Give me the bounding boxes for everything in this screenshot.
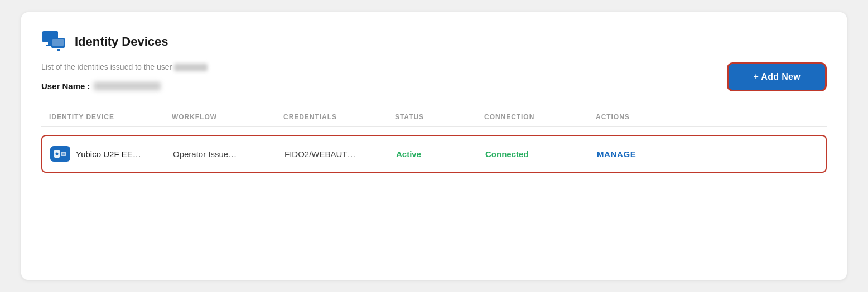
- col-status: STATUS: [395, 113, 484, 121]
- device-name: Yubico U2F EE…: [76, 149, 141, 159]
- connection-status: Connected: [485, 149, 529, 159]
- svg-point-7: [56, 153, 59, 155]
- blurred-username-subtitle: [174, 64, 208, 71]
- credentials-value: FIDO2/WEBAUT…: [284, 149, 356, 159]
- svg-rect-4: [52, 39, 64, 46]
- cell-connection: Connected: [485, 149, 597, 159]
- add-new-button-wrap: + Add New: [727, 62, 827, 91]
- add-new-button[interactable]: + Add New: [727, 62, 827, 91]
- status-badge: Active: [396, 149, 421, 159]
- cell-actions[interactable]: MANAGE: [597, 149, 686, 159]
- col-workflow: WORKFLOW: [172, 113, 283, 121]
- svg-rect-5: [57, 49, 60, 51]
- blurred-username: [94, 82, 161, 90]
- identity-devices-card: Identity Devices List of the identities …: [21, 12, 847, 280]
- col-credentials: CREDENTIALS: [283, 113, 395, 121]
- workflow-value: Operator Issue…: [173, 149, 237, 159]
- cell-workflow: Operator Issue…: [173, 149, 284, 159]
- identity-devices-icon: [41, 29, 67, 55]
- svg-rect-9: [62, 153, 65, 155]
- username-row: User Name :: [41, 81, 827, 91]
- subtitle: List of the identities issued to the use…: [41, 62, 827, 71]
- col-identity-device: IDENTITY DEVICE: [49, 113, 172, 121]
- device-icon: [50, 146, 70, 162]
- col-connection: CONNECTION: [484, 113, 596, 121]
- cell-credentials: FIDO2/WEBAUT…: [284, 149, 396, 159]
- username-label: User Name :: [41, 81, 90, 91]
- col-actions: ACTIONS: [596, 113, 685, 121]
- table-header: IDENTITY DEVICE WORKFLOW CREDENTIALS STA…: [41, 108, 827, 127]
- manage-button[interactable]: MANAGE: [597, 149, 636, 159]
- page-header: Identity Devices: [41, 29, 827, 55]
- page-title: Identity Devices: [75, 35, 168, 49]
- cell-status: Active: [396, 149, 485, 159]
- cell-identity-device: Yubico U2F EE…: [50, 146, 173, 162]
- table-row: Yubico U2F EE… Operator Issue… FIDO2/WEB…: [41, 135, 827, 173]
